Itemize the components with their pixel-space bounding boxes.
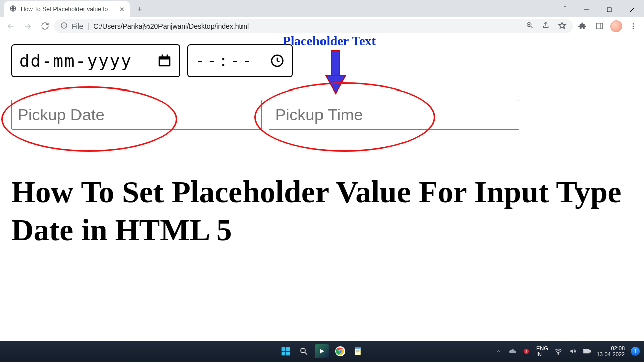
- svg-point-34: [339, 350, 341, 352]
- window-close-button[interactable]: [621, 2, 644, 17]
- svg-rect-25: [286, 347, 290, 351]
- site-info-icon[interactable]: [60, 22, 68, 31]
- address-bar[interactable]: File | C:/Users/Pankaj%20Panjwani/Deskto…: [54, 19, 573, 33]
- pickup-date-input[interactable]: [11, 100, 262, 130]
- svg-point-15: [633, 25, 634, 27]
- pickup-time-input[interactable]: [269, 100, 519, 130]
- start-button[interactable]: [279, 344, 293, 358]
- native-date-placeholder: dd-mm-yyyy: [19, 51, 132, 71]
- svg-rect-2: [607, 8, 611, 12]
- chrome-menu-icon[interactable]: [626, 19, 641, 34]
- tray-battery-icon[interactable]: [583, 347, 591, 355]
- native-time-placeholder: --:--: [195, 51, 254, 70]
- svg-rect-42: [526, 352, 526, 353]
- url-scheme-label: File: [72, 22, 84, 30]
- svg-rect-26: [282, 352, 286, 356]
- svg-marker-23: [326, 75, 346, 94]
- taskbar-notepad-icon[interactable]: [351, 344, 365, 358]
- svg-rect-27: [286, 352, 290, 356]
- nav-reload-button[interactable]: [37, 19, 52, 34]
- zoom-icon[interactable]: [526, 21, 534, 31]
- tray-chevron-up-icon[interactable]: [494, 347, 502, 355]
- extensions-icon[interactable]: [575, 19, 590, 34]
- svg-rect-36: [355, 348, 361, 349]
- tray-volume-icon[interactable]: [569, 347, 577, 355]
- annotation-arrow-icon: [324, 49, 348, 96]
- svg-rect-41: [526, 350, 526, 352]
- tray-security-icon[interactable]: [522, 347, 530, 355]
- svg-rect-19: [162, 55, 163, 58]
- tray-wifi-icon[interactable]: [554, 347, 562, 355]
- svg-line-9: [531, 26, 532, 28]
- pickup-time-field[interactable]: [275, 106, 513, 124]
- share-icon[interactable]: [542, 21, 550, 31]
- svg-rect-46: [589, 350, 590, 352]
- tab-search-caret-icon[interactable]: ˅: [554, 1, 575, 16]
- taskbar-search-icon[interactable]: [297, 344, 311, 358]
- bookmark-icon[interactable]: [558, 21, 567, 31]
- svg-marker-30: [320, 349, 324, 353]
- svg-point-16: [633, 28, 634, 29]
- clock-icon[interactable]: [270, 53, 285, 68]
- svg-rect-12: [596, 23, 603, 29]
- svg-point-28: [301, 348, 305, 353]
- browser-toolbar: File | C:/Users/Pankaj%20Panjwani/Deskto…: [0, 17, 644, 35]
- taskbar-language[interactable]: ENG IN: [536, 345, 548, 357]
- browser-tab[interactable]: How To Set Placeholder value fo ✕: [4, 1, 130, 17]
- svg-rect-20: [167, 55, 168, 58]
- svg-rect-24: [282, 347, 286, 351]
- svg-rect-45: [584, 350, 589, 353]
- window-titlebar: How To Set Placeholder value fo ✕ + ˅: [0, 0, 644, 17]
- svg-point-14: [633, 23, 634, 25]
- taskbar-app-icon[interactable]: [315, 344, 329, 358]
- taskbar-notification-badge[interactable]: 1: [631, 347, 640, 356]
- svg-point-43: [558, 353, 559, 354]
- side-panel-icon[interactable]: [592, 19, 607, 34]
- calendar-icon[interactable]: [157, 53, 172, 68]
- window-minimize-button[interactable]: [575, 2, 598, 17]
- tray-onedrive-icon[interactable]: [508, 347, 516, 355]
- native-time-input[interactable]: --:--: [187, 44, 293, 77]
- annotation-label: Placeholder Text: [283, 34, 376, 49]
- svg-rect-22: [332, 50, 340, 75]
- new-tab-button[interactable]: +: [133, 2, 147, 16]
- svg-line-29: [305, 352, 307, 355]
- taskbar-clock[interactable]: 02:08 13-04-2022: [597, 345, 625, 357]
- profile-avatar[interactable]: [609, 19, 624, 34]
- native-date-input[interactable]: dd-mm-yyyy: [11, 44, 180, 77]
- globe-icon: [9, 5, 17, 14]
- window-maximize-button[interactable]: [598, 2, 621, 17]
- pickup-date-field[interactable]: [18, 106, 255, 124]
- url-text: C:/Users/Pankaj%20Panjwani/Desktop/index…: [93, 22, 249, 30]
- page-heading: How To Set Placeholder Value For Input T…: [11, 173, 633, 249]
- svg-rect-18: [160, 60, 169, 65]
- close-tab-icon[interactable]: ✕: [119, 6, 125, 13]
- nav-forward-button[interactable]: [20, 19, 35, 34]
- page-content: dd-mm-yyyy --:-- How To Set Placeholder …: [0, 35, 644, 249]
- windows-taskbar: ENG IN 02:08 13-04-2022 1: [0, 341, 644, 362]
- nav-back-button[interactable]: [3, 19, 18, 34]
- taskbar-chrome-icon[interactable]: [333, 344, 347, 358]
- tab-title: How To Set Placeholder value fo: [21, 6, 115, 13]
